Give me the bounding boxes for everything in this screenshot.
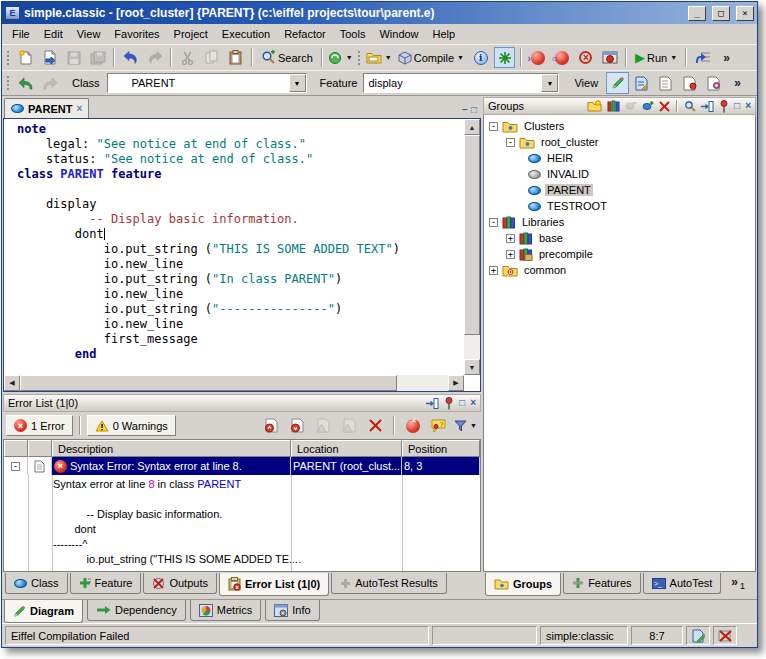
error-detail-area[interactable]: Syntax error at line 8 in class PARENT -… xyxy=(4,475,480,571)
column-location[interactable]: Location xyxy=(291,440,402,457)
tab-class[interactable]: Class xyxy=(5,573,68,594)
compile-button[interactable]: Compile ▼ xyxy=(394,47,468,69)
delete-errors-button[interactable] xyxy=(364,415,387,437)
step-button[interactable] xyxy=(691,47,714,69)
editor-horizontal-scrollbar[interactable]: ◀ ▶ xyxy=(4,375,464,391)
paste-button[interactable] xyxy=(224,47,247,69)
title-bar[interactable]: E simple.classic - [root_cluster] {PAREN… xyxy=(2,2,757,24)
debug-run-button[interactable]: › xyxy=(526,47,549,69)
tab-diagram[interactable]: Diagram xyxy=(4,600,83,623)
warning-info-button[interactable]: ? xyxy=(427,415,450,437)
run-button[interactable]: ▶ Run ▼ xyxy=(631,47,681,69)
error-info-button[interactable]: × xyxy=(401,415,424,437)
collapse-icon[interactable]: - xyxy=(489,218,498,227)
groups-tree[interactable]: - Clusters - root_cluster HEIR xyxy=(483,115,756,572)
resize-grip[interactable] xyxy=(740,626,754,645)
new-document-button[interactable] xyxy=(14,47,37,69)
search-button[interactable]: Search xyxy=(257,47,317,69)
warnings-toggle-button[interactable]: 0 Warnings xyxy=(87,415,176,436)
filter-button[interactable]: ▼ xyxy=(453,415,478,437)
tree-item-base[interactable]: + base xyxy=(484,230,755,246)
tree-item-parent[interactable]: PARENT xyxy=(484,182,755,198)
column-expander[interactable] xyxy=(4,440,28,457)
toolbar-grip[interactable] xyxy=(6,49,11,67)
collapse-icon[interactable]: - xyxy=(11,462,20,471)
errors-toggle-button[interactable]: × 1 Error xyxy=(6,415,73,436)
close-button[interactable]: × xyxy=(736,6,754,21)
tab-info[interactable]: Info xyxy=(265,600,319,621)
next-error-button[interactable] xyxy=(286,415,309,437)
compilation-info-button[interactable]: i xyxy=(469,47,492,69)
scroll-thumb[interactable] xyxy=(464,135,480,335)
cut-button[interactable] xyxy=(176,47,199,69)
column-description[interactable]: Description xyxy=(52,440,291,457)
undo-button[interactable] xyxy=(119,47,142,69)
tab-groups[interactable]: Groups xyxy=(485,573,561,596)
tab-feature[interactable]: Feature xyxy=(70,573,142,594)
tab-autotest-results[interactable]: AutoTest Results xyxy=(331,573,447,594)
panel-close-icon[interactable]: × xyxy=(745,101,751,111)
open-project-button[interactable]: ▼ xyxy=(365,47,393,69)
editor-tab-parent[interactable]: PARENT × xyxy=(4,98,89,118)
collapse-icon[interactable]: - xyxy=(489,122,498,131)
filter-dropdown-icon[interactable]: ▼ xyxy=(470,422,477,429)
view-overflow-button[interactable]: » xyxy=(726,72,749,94)
melt-button[interactable]: ▼ xyxy=(327,47,354,69)
previous-warning-button[interactable] xyxy=(312,415,335,437)
view-editor-button[interactable] xyxy=(606,72,629,94)
save-button[interactable] xyxy=(62,47,85,69)
scroll-thumb[interactable] xyxy=(20,375,397,391)
panel-minimize-icon[interactable]: − xyxy=(462,105,468,115)
tabs-overflow-button[interactable]: » 1 xyxy=(727,573,749,593)
add-item-icon[interactable] xyxy=(642,101,654,111)
delete-icon[interactable] xyxy=(659,101,670,112)
status-compile-failed-button[interactable] xyxy=(713,626,737,645)
tab-outputs[interactable]: Outputs xyxy=(143,573,217,594)
expand-icon[interactable]: + xyxy=(489,266,498,275)
tab-close-icon[interactable]: × xyxy=(76,103,82,114)
status-edit-button[interactable] xyxy=(686,626,710,645)
menu-tools[interactable]: Tools xyxy=(333,26,373,42)
menu-view[interactable]: View xyxy=(70,26,108,42)
toolbar-grip[interactable] xyxy=(6,74,11,92)
panel-maximize-icon[interactable]: □ xyxy=(734,101,740,111)
back-button[interactable] xyxy=(14,72,37,94)
ignore-breakpoints-button[interactable]: × xyxy=(574,47,597,69)
class-combobox[interactable]: PARENT ▼ xyxy=(107,73,307,93)
tree-item-root-cluster[interactable]: - root_cluster xyxy=(484,134,755,150)
search-icon[interactable] xyxy=(684,100,696,112)
toolbar-grip[interactable] xyxy=(357,49,362,67)
compile-dropdown-icon[interactable]: ▼ xyxy=(457,54,464,61)
pin-icon[interactable] xyxy=(719,100,729,113)
tree-item-heir[interactable]: HEIR xyxy=(484,150,755,166)
project-dropdown-icon[interactable]: ▼ xyxy=(385,54,392,61)
panel-maximize-icon[interactable]: □ xyxy=(471,105,477,115)
debug-tools-button[interactable] xyxy=(493,47,516,69)
tab-autotest[interactable]: >_ AutoTest xyxy=(643,573,722,594)
add-cluster-icon[interactable] xyxy=(587,100,602,112)
menu-window[interactable]: Window xyxy=(372,26,425,42)
tab-features[interactable]: Features xyxy=(563,573,640,594)
previous-error-button[interactable] xyxy=(260,415,283,437)
expand-icon[interactable]: + xyxy=(506,250,515,259)
stop-application-button[interactable] xyxy=(598,47,621,69)
view-flat-button[interactable] xyxy=(630,72,653,94)
next-warning-button[interactable] xyxy=(338,415,361,437)
save-all-button[interactable] xyxy=(86,47,109,69)
view-clickable-button[interactable] xyxy=(654,72,677,94)
tab-dependency[interactable]: Dependency xyxy=(87,600,186,621)
feature-combobox-arrow[interactable]: ▼ xyxy=(541,74,558,92)
tab-metrics[interactable]: Metrics xyxy=(190,600,261,621)
scroll-right-icon[interactable]: ▶ xyxy=(448,375,464,391)
code-editor[interactable]: note legal: "See notice at end of class.… xyxy=(4,119,464,375)
copy-button[interactable] xyxy=(200,47,223,69)
class-combobox-arrow[interactable]: ▼ xyxy=(289,74,306,92)
panel-maximize-icon[interactable]: □ xyxy=(459,398,465,408)
menu-favorites[interactable]: Favorites xyxy=(107,26,166,42)
send-to-icon[interactable] xyxy=(701,101,714,112)
scroll-down-icon[interactable]: ▼ xyxy=(464,359,480,375)
panel-close-icon[interactable]: × xyxy=(470,398,476,408)
feature-combobox[interactable]: display ▼ xyxy=(363,73,559,93)
minimize-button[interactable]: _ xyxy=(688,6,706,21)
menu-file[interactable]: File xyxy=(5,26,37,42)
